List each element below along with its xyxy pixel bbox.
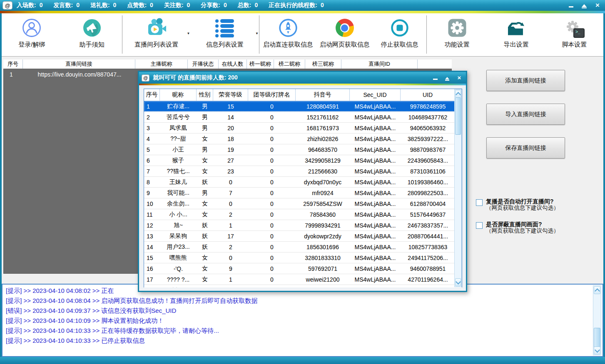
column-header-index[interactable]: 序号 <box>144 89 160 101</box>
column-header-gender[interactable]: 性别 <box>197 89 213 101</box>
table-row[interactable]: 9我可能...男70mfr0924MS4wLjABAA...2809982250… <box>144 188 462 198</box>
table-row[interactable]: 15嘿熊熊女0032801833310MS4wLjABAA...24941175… <box>144 253 462 263</box>
column-header-link[interactable]: 直播间链接 <box>23 59 135 69</box>
table-row[interactable]: 17???? ?...女10weiwei21200MS4wLjABAA...42… <box>144 274 462 285</box>
table-cell: 男 <box>197 114 213 121</box>
column-header-fanclub[interactable]: 团等级/灯牌名 <box>248 89 296 101</box>
table-row[interactable]: 11小 小...女2078584360MS4wLjABAA...51576449… <box>144 209 462 220</box>
table-row[interactable]: 7??猫七...女230212566630MS4wLjABAA...873103… <box>144 166 462 177</box>
toolbar-export-settings[interactable]: 导出设置 <box>487 13 545 56</box>
table-cell: weiwei21200 <box>296 276 350 283</box>
table-cell: 0 <box>248 179 296 186</box>
table-cell: 女 <box>197 265 213 272</box>
column-header-honor[interactable]: 荣誉等级 <box>213 89 248 101</box>
scroll-down-icon[interactable] <box>594 347 600 354</box>
column-header-status[interactable]: 开播状态 <box>188 59 219 69</box>
user-table-scrollbar[interactable] <box>454 89 462 287</box>
checkbox-icon[interactable] <box>476 222 483 229</box>
scroll-up-icon[interactable] <box>594 286 600 294</box>
table-row[interactable]: 16-'Q.女90597692071MS4wLjABAA...946007889… <box>144 263 462 274</box>
column-header-top3[interactable]: 榜三昵称 <box>305 59 341 69</box>
minimize-icon[interactable] <box>432 75 438 81</box>
minimize-icon[interactable] <box>568 2 574 8</box>
maximize-icon[interactable] <box>581 2 588 8</box>
column-header-room-id[interactable]: 直播间ID <box>341 59 418 69</box>
table-cell: 2 <box>144 114 160 121</box>
scrollbar-thumb[interactable] <box>455 97 461 135</box>
column-header-uid[interactable]: UID <box>401 89 455 101</box>
table-cell: MS4wLjABAA... <box>350 265 401 272</box>
log-line: [错误] >> 2023-04-10 04:09:37 >> 该信息没有获取到S… <box>6 306 590 316</box>
table-cell: dyokowpr2zdy <box>296 233 350 240</box>
scroll-down-icon[interactable] <box>455 278 461 286</box>
table-cell: 13 <box>144 233 160 240</box>
toolbar-label: 脚本设置 <box>562 41 587 49</box>
table-row[interactable]: 6猴子女27034299058129MS4wLjABAA...224396058… <box>144 155 462 166</box>
table-cell: 男 <box>197 189 213 197</box>
log-scrollbar[interactable] <box>593 285 601 355</box>
table-row[interactable]: 2苦瓜兮兮男1401521761162MS4wLjABAA...10468943… <box>144 112 462 123</box>
table-row[interactable]: 10余生勿...女0025975854ZSWMS4wLjABAA...61288… <box>144 198 462 209</box>
maximize-icon[interactable] <box>444 75 451 81</box>
close-icon[interactable]: × <box>594 2 601 8</box>
table-cell: 7 <box>144 168 160 175</box>
table-cell: 27 <box>213 157 248 164</box>
toolbar-login-unbind[interactable]: 登录/解绑 <box>2 13 62 56</box>
toolbar-script-settings[interactable]: >_ 脚本设置 <box>545 13 603 56</box>
toolbar-assistant-notice[interactable]: 助手须知 <box>62 13 122 56</box>
table-cell: MS4wLjABAA... <box>350 114 401 121</box>
toolbar-info-list-settings[interactable]: 信息列表设置 ▼ <box>190 13 259 56</box>
table-row[interactable]: 8王妹儿妖00dyxbqd70n0ycMS4wLjABAA...10199386… <box>144 177 462 188</box>
close-icon[interactable]: × <box>456 75 463 81</box>
column-header-anchor[interactable]: 主播昵称 <box>135 59 188 69</box>
column-header-online[interactable]: 在线人数 <box>219 59 247 69</box>
checkbox-hint: （网页获取信息下建议勾选） <box>486 228 559 234</box>
table-cell: 妖 <box>197 222 213 229</box>
table-cell: 61288700404 <box>401 201 455 207</box>
toolbar-room-list-settings[interactable]: 直播间列表设置 ▼ <box>122 13 190 56</box>
toolbar-start-direct-fetch[interactable]: 启动直连获取信息 <box>259 13 317 56</box>
table-row[interactable]: 5小王男190964683570MS4wLjABAA...98870983767 <box>144 144 462 155</box>
table-cell: 42701196264... <box>401 276 455 283</box>
table-cell: 嘿熊熊 <box>160 254 197 262</box>
add-room-link-button[interactable]: 添加直播间链接 <box>486 70 565 91</box>
column-header-nickname[interactable]: 昵称 <box>160 89 197 101</box>
column-header-douyin-id[interactable]: 抖音号 <box>296 89 350 101</box>
column-header-index[interactable]: 序号 <box>3 59 23 69</box>
table-row[interactable]: 1贮存逮...男1501280804591MS4wLjABAA...997862… <box>144 101 462 112</box>
toolbar-label: 导出设置 <box>504 41 529 49</box>
save-room-link-button[interactable]: 保存直播间链接 <box>486 137 565 158</box>
toolbar-label: 启动网页获取信息 <box>320 41 370 49</box>
table-row[interactable]: 18小漂...妖30dyq...MS4wLjABAA...315735... <box>144 285 462 287</box>
table-cell: MS4wLjABAA... <box>350 146 401 153</box>
toolbar: 登录/解绑 助手须知 直播间列表设置 ▼ 信息列表设置 ▼ 启动直连获取信息 启… <box>2 13 603 57</box>
table-cell: MS4wLjABAA... <box>350 103 401 110</box>
table-cell: 17 <box>144 276 160 283</box>
table-row[interactable]: 4??~甜女180zhizhi02826MS4wLjABAA...3825939… <box>144 134 462 144</box>
column-header-sec-uid[interactable]: Sec_UID <box>350 89 401 101</box>
column-header-top2[interactable]: 榜二昵称 <box>274 59 305 69</box>
toolbar-stop-fetch[interactable]: 停止获取信息 <box>373 13 427 56</box>
table-row[interactable]: 3凤求凰男2001681761973MS4wLjABAA...940650639… <box>144 123 462 134</box>
toolbar-start-web-fetch[interactable]: 启动网页获取信息 <box>316 13 373 56</box>
table-cell: 597692071 <box>296 265 350 272</box>
scroll-up-icon[interactable] <box>455 90 461 98</box>
table-row[interactable]: 14用户23...妖201856301696MS4wLjABAA...10825… <box>144 242 462 253</box>
import-room-link-button[interactable]: 导入直播间链接 <box>486 104 565 125</box>
checkbox-icon[interactable] <box>476 199 483 206</box>
chevron-down-icon[interactable]: ▼ <box>255 32 259 35</box>
column-header-top1[interactable]: 榜一昵称 <box>247 59 274 69</box>
table-row[interactable]: 13呆呆狗妖170dyokowpr2zdyMS4wLjABAA...208870… <box>144 231 462 242</box>
table-cell: 0 <box>248 287 296 288</box>
table-cell: 0 <box>248 125 296 131</box>
toolbar-function-settings[interactable]: 功能设置 <box>427 13 487 56</box>
table-cell: 78584360 <box>296 211 350 218</box>
chevron-down-icon[interactable]: ▼ <box>187 32 190 35</box>
table-cell: 0 <box>248 103 296 110</box>
table-cell: 1 <box>213 276 248 283</box>
table-cell: 0 <box>248 190 296 196</box>
table-cell: 108257738363 <box>401 244 455 250</box>
table-cell: 小王 <box>160 146 197 154</box>
table-cell: 18 <box>213 136 248 142</box>
table-row[interactable]: 12旭~妖1079998934291MS4wLjABAA...246738373… <box>144 220 462 231</box>
